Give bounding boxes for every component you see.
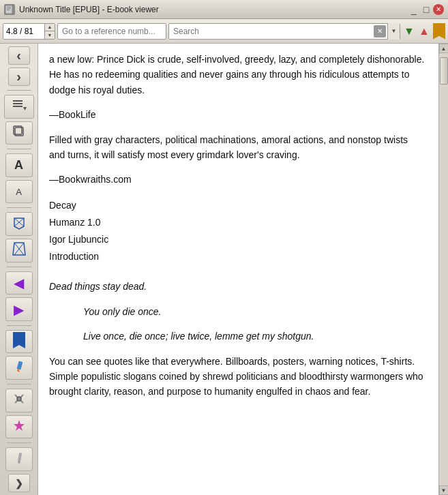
svg-marker-24 bbox=[18, 462, 20, 464]
nav-arrows: ▼ ▲ bbox=[402, 25, 431, 38]
attribution-2: —Bookwraiths.com bbox=[49, 172, 425, 187]
toc-icon bbox=[12, 97, 27, 116]
pencil2-button[interactable] bbox=[5, 447, 33, 471]
title-bar-left: Unknown Title [EPUB] - E-book viewer bbox=[4, 4, 159, 15]
window-title: Unknown Title [EPUB] - E-book viewer bbox=[19, 5, 159, 14]
sidebar-divider-1 bbox=[7, 90, 31, 91]
svg-marker-16 bbox=[13, 332, 25, 348]
scroll-down-arrow[interactable]: ▼ bbox=[439, 485, 449, 495]
italic-line-3: Live once, die once; live twice, lemme g… bbox=[49, 329, 425, 344]
scrollbar-track: ▲ ▼ bbox=[438, 44, 448, 495]
move-button[interactable] bbox=[5, 239, 33, 262]
prev-page-button[interactable]: ◀ bbox=[5, 271, 33, 295]
toc-line-2: Humanz 1.0 bbox=[49, 214, 425, 231]
bookmark-sidebar-button[interactable] bbox=[5, 330, 33, 354]
italic-section: Dead things stay dead. You only die once… bbox=[49, 279, 425, 344]
bookmark-sidebar-icon bbox=[13, 332, 25, 351]
svg-rect-2 bbox=[7, 8, 11, 9]
copy-icon bbox=[12, 125, 26, 141]
svg-rect-5 bbox=[13, 103, 23, 104]
search-dropdown-button[interactable]: ▼ bbox=[387, 23, 400, 40]
sidebar-divider-4 bbox=[7, 267, 31, 267]
font-larger-icon: A bbox=[14, 158, 23, 172]
svg-rect-23 bbox=[17, 452, 21, 462]
main-area: ‹ › A bbox=[0, 44, 448, 495]
svg-rect-3 bbox=[7, 10, 10, 10]
toc-line-4: Introduction bbox=[49, 248, 425, 265]
sidebar-divider-6 bbox=[7, 384, 31, 385]
page-spinner: ▲ ▼ bbox=[44, 23, 55, 40]
svg-rect-17 bbox=[16, 361, 23, 370]
pencil2-icon bbox=[12, 451, 26, 468]
pen-button[interactable] bbox=[5, 356, 33, 380]
scroll-up-arrow[interactable]: ▲ bbox=[439, 44, 449, 53]
page-up-button[interactable]: ▲ bbox=[45, 23, 55, 31]
next-page-icon: ▶ bbox=[14, 301, 24, 318]
toc-button[interactable] bbox=[4, 95, 34, 119]
maximize-button[interactable]: □ bbox=[421, 4, 432, 15]
sidebar-divider-2 bbox=[7, 149, 31, 149]
goto-input[interactable] bbox=[57, 23, 166, 40]
forward-button[interactable]: › bbox=[8, 68, 30, 86]
prev-page-icon: ◀ bbox=[14, 275, 24, 291]
search-prev-button[interactable]: ▲ bbox=[417, 25, 431, 38]
paragraph-3: You can see quotes like that everywhere.… bbox=[49, 354, 425, 400]
search-input[interactable] bbox=[169, 24, 374, 39]
sidebar-divider-7 bbox=[7, 442, 31, 443]
highlight-icon bbox=[12, 215, 27, 233]
toolbar: ▲ ▼ ✕ ▼ ▼ ▲ bbox=[0, 19, 448, 44]
svg-marker-22 bbox=[14, 420, 25, 431]
next-page-button[interactable]: ▶ bbox=[5, 297, 33, 321]
search-area: ✕ ▼ bbox=[168, 23, 400, 40]
scroll-thumb[interactable] bbox=[440, 57, 448, 85]
window-controls: _ □ ✕ bbox=[408, 4, 444, 15]
sidebar-bottom-chevron[interactable]: ❯ bbox=[8, 474, 30, 492]
toc-items: Decay Humanz 1.0 Igor Ljubuncic Introduc… bbox=[49, 197, 425, 266]
font-larger-button[interactable]: A bbox=[5, 153, 33, 177]
svg-rect-4 bbox=[13, 100, 23, 102]
minimize-button[interactable]: _ bbox=[408, 4, 419, 15]
paragraph-1: a new low: Prince Dick is crude, self-in… bbox=[49, 52, 425, 97]
sidebar: ‹ › A bbox=[0, 44, 38, 495]
copy-button[interactable] bbox=[5, 121, 33, 145]
content-area: a new low: Prince Dick is crude, self-in… bbox=[38, 44, 448, 495]
toc-line-1: Decay bbox=[49, 197, 425, 214]
sidebar-divider-5 bbox=[7, 325, 31, 326]
book-content: a new low: Prince Dick is crude, self-in… bbox=[38, 44, 438, 495]
tools-icon bbox=[12, 392, 26, 408]
italic-line-2: You only die once. bbox=[49, 304, 425, 319]
toc-line-3: Igor Ljubuncic bbox=[49, 231, 425, 248]
highlight-button[interactable] bbox=[5, 212, 33, 236]
svg-rect-6 bbox=[13, 106, 23, 107]
star-button[interactable] bbox=[5, 415, 33, 439]
page-navigation: ▲ ▼ bbox=[3, 23, 55, 40]
italic-line-1: Dead things stay dead. bbox=[49, 279, 425, 294]
star-icon bbox=[12, 419, 26, 435]
svg-marker-7 bbox=[23, 107, 27, 110]
move-icon bbox=[12, 241, 27, 259]
page-input[interactable] bbox=[3, 23, 44, 40]
app-icon bbox=[4, 4, 15, 15]
title-bar: Unknown Title [EPUB] - E-book viewer _ □… bbox=[0, 0, 448, 19]
font-smaller-icon: A bbox=[16, 187, 22, 197]
tools-button[interactable] bbox=[5, 389, 33, 412]
close-button[interactable]: ✕ bbox=[433, 4, 444, 15]
search-clear-button[interactable]: ✕ bbox=[374, 25, 386, 38]
page-down-button[interactable]: ▼ bbox=[45, 31, 55, 40]
sidebar-divider-3 bbox=[7, 207, 31, 208]
attribution-1: —BookLife bbox=[49, 107, 425, 122]
back-button[interactable]: ‹ bbox=[8, 46, 30, 65]
bookmark-toolbar-button[interactable] bbox=[433, 23, 445, 40]
pen-icon bbox=[12, 360, 26, 376]
svg-rect-1 bbox=[7, 7, 11, 7]
search-next-button[interactable]: ▼ bbox=[402, 25, 416, 38]
font-smaller-button[interactable]: A bbox=[5, 180, 33, 204]
paragraph-2: Filled with gray characters, political m… bbox=[49, 132, 425, 163]
